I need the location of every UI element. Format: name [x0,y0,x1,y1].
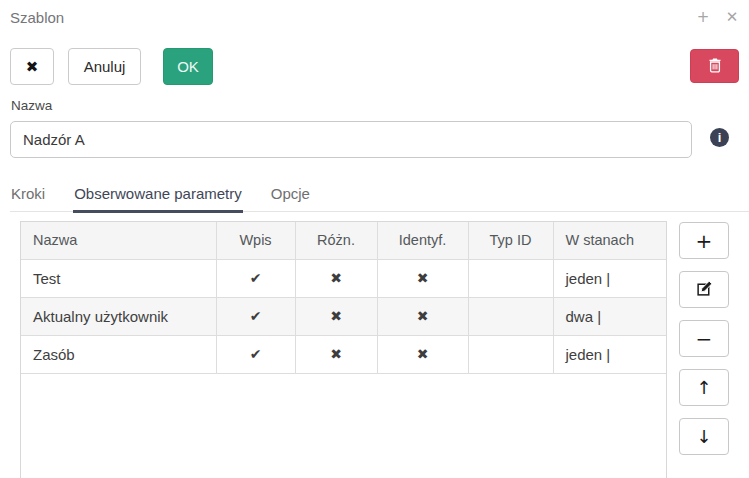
info-icon[interactable]: i [710,128,729,147]
cell-w-stanach: dwa | [553,297,666,335]
cell-typ-id [468,259,553,297]
cell-typ-id [468,335,553,373]
column-header-typ-id: Typ ID [468,222,553,259]
cross-mark: ✖ [377,297,468,335]
name-input[interactable] [10,121,692,158]
toolbar: ✖ Anuluj OK [10,48,213,85]
tab-obserwowane-parametry[interactable]: Obserwowane parametry [73,181,243,211]
parameters-table-container: Nazwa Wpis Różn. Identyf. Typ ID W stana… [20,221,667,478]
minus-icon: − [696,329,713,349]
table-row[interactable]: Aktualny użytkownik ✔ ✖ ✖ dwa | [21,297,666,335]
plus-icon: + [696,231,713,251]
move-down-button[interactable]: ↓ [679,418,729,455]
cross-mark: ✖ [295,259,377,297]
parameters-table: Nazwa Wpis Różn. Identyf. Typ ID W stana… [21,222,666,374]
table-row[interactable]: Zasób ✔ ✖ ✖ jeden | [21,335,666,373]
tab-kroki[interactable]: Kroki [10,181,46,211]
tab-opcje[interactable]: Opcje [270,181,311,211]
cross-mark: ✖ [377,259,468,297]
window-add-icon[interactable]: + [692,6,714,28]
window-close-icon[interactable]: ✕ [721,6,743,28]
cross-mark: ✖ [377,335,468,373]
cross-mark: ✖ [295,335,377,373]
column-header-wpis: Wpis [216,222,295,259]
tab-bar: Kroki Obserwowane parametry Opcje [10,181,749,212]
check-mark: ✔ [216,335,295,373]
cell-w-stanach: jeden | [553,259,666,297]
window-controls: + ✕ [692,6,743,28]
delete-button[interactable] [690,49,739,83]
cell-name: Zasób [21,335,216,373]
row-action-buttons: + − ↑ ↓ [679,222,729,455]
arrow-up-icon: ↑ [696,379,711,397]
check-mark: ✔ [216,297,295,335]
add-row-button[interactable]: + [679,222,729,259]
column-header-w-stanach: W stanach [553,222,666,259]
remove-row-button[interactable]: − [679,320,729,357]
move-up-button[interactable]: ↑ [679,369,729,406]
page-title: Szablon [10,9,64,26]
szablon-dialog: Szablon + ✕ ✖ Anuluj OK Nazwa i Kroki Ob… [0,0,749,478]
edit-icon [696,280,713,300]
cell-name: Aktualny użytkownik [21,297,216,335]
column-header-rozn: Różn. [295,222,377,259]
column-header-identyf: Identyf. [377,222,468,259]
cell-w-stanach: jeden | [553,335,666,373]
edit-row-button[interactable] [679,271,729,308]
table-header-row: Nazwa Wpis Różn. Identyf. Typ ID W stana… [21,222,666,259]
cell-name: Test [21,259,216,297]
cancel-button[interactable]: Anuluj [68,48,141,85]
arrow-down-icon: ↓ [696,428,711,446]
column-header-nazwa: Nazwa [21,222,216,259]
check-mark: ✔ [216,259,295,297]
table-row[interactable]: Test ✔ ✖ ✖ jeden | [21,259,666,297]
close-button[interactable]: ✖ [10,48,54,85]
name-label: Nazwa [11,98,52,113]
cell-typ-id [468,297,553,335]
cross-mark: ✖ [295,297,377,335]
trash-icon [707,57,723,76]
ok-button[interactable]: OK [163,48,213,85]
